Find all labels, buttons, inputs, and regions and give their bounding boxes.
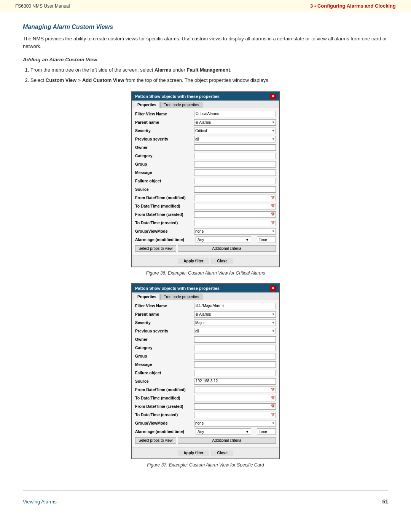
dialog1-value-from-modified[interactable]: 📅 <box>194 195 276 201</box>
dialog2-label-to-created: To Date/Time (created) <box>135 412 194 417</box>
subsection-title: Adding an Alarm Custom View <box>23 57 388 62</box>
dialog1-value-group[interactable] <box>194 161 276 168</box>
dialog2-body: Filter View Name 8.17MajorAlarms Parent … <box>132 300 279 447</box>
dialog2-tab-tree[interactable]: Tree node properties <box>160 294 202 300</box>
dialog1-value-to-created[interactable]: 📅 <box>194 220 276 226</box>
dialog2-close-action-btn[interactable]: Close <box>212 450 233 456</box>
dialog1-row-filter-view-name: Filter View Name CriticalAlarms <box>135 110 276 118</box>
dialog2-label-failure-object: Failure object <box>135 371 194 375</box>
dialog2-alarm-age-time[interactable]: Time <box>257 428 276 435</box>
dialog1-tab-properties[interactable]: Properties <box>134 102 159 108</box>
dialog2-additional-criteria-btn[interactable]: Additional criteria <box>178 437 276 444</box>
step-1: From the menu tree on the left side of t… <box>30 66 388 74</box>
dialog1-label-failure-object: Failure object <box>135 179 194 183</box>
dialog1-value-from-created[interactable]: 📅 <box>194 211 276 218</box>
dialog2-value-message[interactable] <box>194 361 276 368</box>
dialog1-label-prev-severity: Previous severity <box>135 137 194 141</box>
dialog1-row-failure-object: Failure object <box>135 177 276 185</box>
dialog2-row-source: Source 192.168.8.12 <box>135 378 276 385</box>
dialog1-value-failure-object[interactable] <box>194 178 276 184</box>
body-text: The NMS provides the ability to create c… <box>23 35 388 50</box>
header-right: 3 • Configuring Alarms and Clocking <box>310 3 396 9</box>
dialog2-value-failure-object[interactable] <box>194 370 276 376</box>
section-title: Managing Alarm Custom Views <box>23 24 388 30</box>
dialog1-close-action-btn[interactable]: Close <box>212 258 233 264</box>
dialog1-action-row: Apply filter Close <box>132 256 279 267</box>
dialog2-value-from-created[interactable]: 📅 <box>194 403 276 410</box>
dialog1-select-props-btn[interactable]: Select props to view <box>135 245 176 252</box>
dialog2-value-owner[interactable] <box>194 336 276 343</box>
dialog1-label-to-created: To Date/Time (created) <box>135 220 194 225</box>
dialog1-label-from-created: From Date/Time (created) <box>135 212 194 217</box>
dialog1: Patton Show objects with these propertie… <box>131 91 280 267</box>
dialog2-value-severity[interactable]: Major▼ <box>194 320 276 326</box>
dialog2-row-to-modified: To Date/Time (modified) 📅 <box>135 395 276 402</box>
dialog1-row-prev-severity: Previous severity all▼ <box>135 136 276 143</box>
dialog1-label-message: Message <box>135 170 194 175</box>
dialog2-tab-properties[interactable]: Properties <box>134 294 159 300</box>
dialog2-value-from-modified[interactable]: 📅 <box>194 387 276 393</box>
dialog2-row-parent-name: Parent name ⊕ Alarms▼ <box>135 311 276 318</box>
dialog2-value-source[interactable]: 192.168.8.12 <box>194 378 276 385</box>
dialog2-close-btn[interactable]: ✕ <box>270 286 276 291</box>
dialog2-row-message: Message <box>135 361 276 368</box>
dialog1-value-groupviewmode[interactable]: none▼ <box>194 228 276 235</box>
dialog2-value-groupviewmode[interactable]: none▼ <box>194 420 276 427</box>
dialog1-additional-criteria-btn[interactable]: Additional criteria <box>178 245 276 252</box>
dialog1-alarm-age-any[interactable]: Any▼ <box>196 236 251 243</box>
dialog1-row-parent-name: Parent name ⊕ Alarms▼ <box>135 119 276 126</box>
page-number: 51 <box>382 498 388 505</box>
dialog2-value-category[interactable] <box>194 345 276 351</box>
dialog2-alarm-age-label: Alarm age (modified time) <box>135 429 194 434</box>
page-footer: Viewing Alarms 51 <box>0 495 411 512</box>
dialog2-row-from-created: From Date/Time (created) 📅 <box>135 403 276 410</box>
dialog1-label-groupviewmode: Group/ViewMode <box>135 229 194 233</box>
dialog2-label-message: Message <box>135 362 194 367</box>
dialog1-alarm-age-label: Alarm age (modified time) <box>135 237 194 242</box>
dialog1-alarm-age-time[interactable]: Time <box>257 236 276 243</box>
dialog1-value-parent-name[interactable]: ⊕ Alarms▼ <box>194 119 276 126</box>
dialog1-value-message[interactable] <box>194 169 276 176</box>
dialog2-apply-btn[interactable]: Apply filter <box>178 450 209 456</box>
dialog2-bottom-row: Select props to view Additional criteria <box>135 437 276 444</box>
dialog2-title: Patton Show objects with these propertie… <box>135 286 220 291</box>
dialog1-titlebar: Patton Show objects with these propertie… <box>132 92 279 101</box>
dialog1-value-filter-view-name[interactable]: CriticalAlarms <box>194 111 276 117</box>
dialog2-value-group[interactable] <box>194 353 276 359</box>
dialog1-body: Filter View Name CriticalAlarms Parent n… <box>132 108 279 256</box>
dialog2-container: Patton Show objects with these propertie… <box>23 283 388 459</box>
dialog1-row-groupviewmode: Group/ViewMode none▼ <box>135 228 276 235</box>
dialog1-value-source[interactable] <box>194 186 276 193</box>
dialog1-value-prev-severity[interactable]: all▼ <box>194 136 276 142</box>
dialog1-label-owner: Owner <box>135 145 194 150</box>
dialog2-row-group: Group <box>135 353 276 360</box>
dialog1-bottom-row: Select props to view Additional criteria <box>135 245 276 252</box>
dialog1-apply-btn[interactable]: Apply filter <box>178 258 209 264</box>
dialog1-container: Patton Show objects with these propertie… <box>23 91 388 267</box>
dialog2-label-source: Source <box>135 379 194 383</box>
dialog2-alarm-age-any[interactable]: Any▼ <box>196 428 251 435</box>
dialog1-tabs: Properties Tree node properties <box>132 101 279 108</box>
dialog2-alarm-age-row: Alarm age (modified time) Any▼ - Time <box>135 428 276 435</box>
step-2: Select Custom View > Add Custom View fro… <box>30 77 388 85</box>
dialog2-value-parent-name[interactable]: ⊕ Alarms▼ <box>194 311 276 318</box>
dialog1-row-group: Group <box>135 161 276 168</box>
dialog1-value-severity[interactable]: Critical▼ <box>194 128 276 134</box>
dialog2-value-prev-severity[interactable]: all▼ <box>194 328 276 334</box>
dialog1-tab-tree[interactable]: Tree node properties <box>160 102 202 108</box>
dialog1-label-to-modified: To Date/Time (modified) <box>135 204 194 208</box>
dialog1-value-owner[interactable] <box>194 144 276 151</box>
footer-divider <box>23 490 388 491</box>
dialog2-row-owner: Owner <box>135 336 276 343</box>
footer-link[interactable]: Viewing Alarms <box>23 499 57 505</box>
dialog2-value-filter-view-name[interactable]: 8.17MajorAlarms <box>194 303 276 309</box>
dialog1-close-btn[interactable]: ✕ <box>270 94 276 99</box>
dialog2-value-to-modified[interactable]: 📅 <box>194 395 276 401</box>
dialog2-label-groupviewmode: Group/ViewMode <box>135 421 194 425</box>
dialog1-label-from-modified: From Date/Time (modified) <box>135 195 194 200</box>
dialog2-select-props-btn[interactable]: Select props to view <box>135 437 176 444</box>
dialog1-value-category[interactable] <box>194 153 276 159</box>
dialog2-value-to-created[interactable]: 📅 <box>194 412 276 418</box>
dialog2-row-prev-severity: Previous severity all▼ <box>135 328 276 335</box>
dialog1-value-to-modified[interactable]: 📅 <box>194 203 276 209</box>
